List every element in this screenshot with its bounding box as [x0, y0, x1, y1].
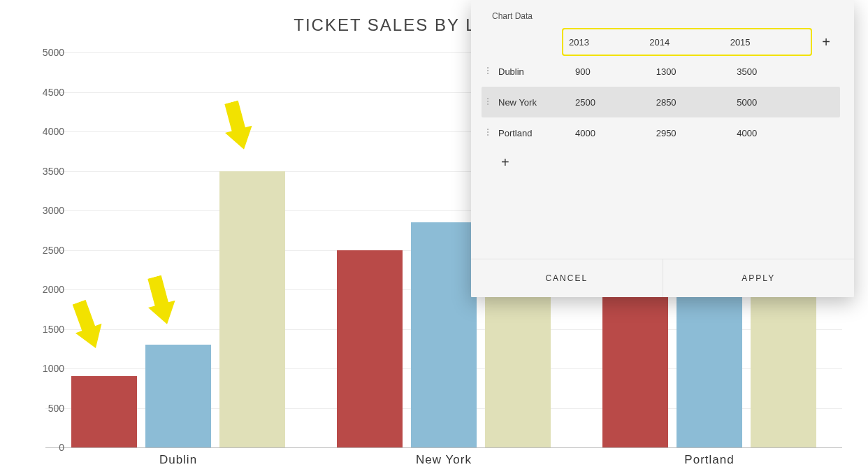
chart-data-table: 2013 2014 2015 + ⠇Dublin90013003500⠇New … [471, 28, 854, 259]
x-axis-line [45, 447, 842, 448]
bar-new-york-2013 [337, 250, 403, 448]
y-tick-label: 2000 [29, 284, 64, 295]
data-cell[interactable]: 2950 [651, 128, 732, 138]
drag-handle-icon[interactable]: ⠇ [482, 127, 497, 138]
panel-title: Chart Data [471, 0, 854, 28]
y-tick-label: 500 [29, 403, 64, 414]
data-cell[interactable]: 2850 [651, 97, 732, 108]
data-cell[interactable]: 2500 [570, 97, 651, 108]
table-row[interactable]: ⠇Portland400029504000 [482, 117, 840, 148]
bar-dublin-2015 [219, 171, 285, 448]
column-header-2013[interactable]: 2013 [566, 37, 646, 48]
row-label[interactable]: New York [497, 97, 570, 108]
table-row[interactable]: ⠇New York250028505000 [482, 87, 840, 117]
x-tick-label: New York [416, 453, 472, 467]
table-row[interactable]: ⠇Dublin90013003500 [482, 56, 840, 87]
y-tick-label: 4500 [29, 87, 64, 98]
apply-button[interactable]: APPLY [663, 259, 855, 297]
cancel-button[interactable]: CANCEL [471, 259, 663, 297]
y-tick-label: 2500 [29, 245, 64, 256]
data-cell[interactable]: 3500 [731, 66, 812, 77]
bar-new-york-2014 [411, 222, 477, 447]
row-label[interactable]: Portland [497, 128, 570, 138]
data-cell[interactable]: 4000 [731, 128, 812, 138]
column-header-2014[interactable]: 2014 [646, 37, 727, 48]
y-tick-label: 0 [29, 442, 64, 453]
bar-dublin-2013 [71, 376, 137, 447]
y-tick-label: 3500 [29, 166, 64, 177]
y-tick-label: 3000 [29, 205, 64, 216]
y-tick-label: 4000 [29, 126, 64, 137]
add-column-button[interactable]: + [812, 34, 840, 50]
bar-dublin-2014 [145, 345, 211, 447]
row-label[interactable]: Dublin [497, 66, 570, 77]
data-cell[interactable]: 900 [570, 66, 651, 77]
column-header-row: 2013 2014 2015 + [482, 28, 840, 56]
y-tick-label: 1000 [29, 363, 64, 374]
x-tick-label: Dublin [159, 453, 197, 467]
column-labels-highlight[interactable]: 2013 2014 2015 [562, 28, 812, 56]
drag-handle-icon[interactable]: ⠇ [482, 96, 497, 108]
panel-footer: CANCEL APPLY [471, 259, 854, 297]
drag-handle-icon[interactable]: ⠇ [482, 66, 497, 77]
y-tick-label: 5000 [29, 47, 64, 58]
y-tick-label: 1500 [29, 324, 64, 335]
data-cell[interactable]: 4000 [570, 128, 651, 138]
column-header-2015[interactable]: 2015 [728, 37, 808, 48]
x-tick-label: Portland [684, 453, 734, 467]
data-cell[interactable]: 5000 [731, 97, 812, 108]
data-cell[interactable]: 1300 [651, 66, 732, 77]
chart-data-panel: Chart Data 2013 2014 2015 + ⠇Dublin90013… [471, 0, 854, 297]
add-row-button[interactable]: + [482, 148, 840, 176]
